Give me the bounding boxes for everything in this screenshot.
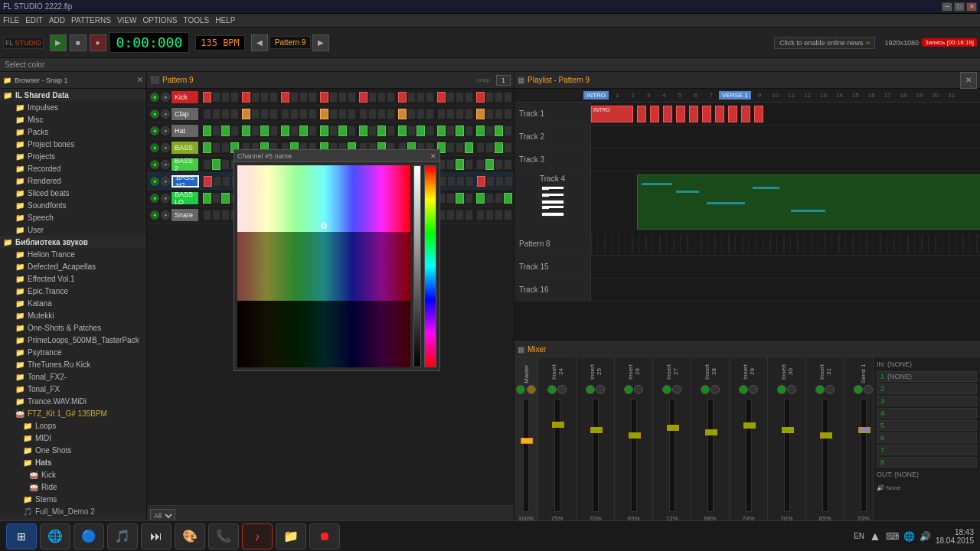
beat-pad-kick-10[interactable]: [299, 92, 308, 103]
taskbar-paint[interactable]: 🎨: [175, 523, 205, 549]
beat-pad-bassH2-29[interactable]: [486, 176, 495, 187]
beat-pad-hat-14[interactable]: [338, 126, 347, 136]
ch1-thumb[interactable]: [590, 427, 603, 433]
sidebar-item-soundfonts[interactable]: 📁 Soundfonts: [0, 199, 146, 211]
fx-slot-2[interactable]: 2: [877, 383, 977, 394]
beat-pad-kick-8[interactable]: [281, 92, 289, 103]
bassH2-label[interactable]: BASS H2: [172, 175, 199, 187]
ch3-fader[interactable]: [669, 399, 675, 512]
taskbar-media[interactable]: 🎵: [107, 523, 138, 549]
master-green-btn[interactable]: [516, 385, 525, 394]
ch6-fader[interactable]: [784, 399, 790, 512]
menu-view[interactable]: VIEW: [117, 16, 137, 24]
mute-clap[interactable]: ●: [150, 109, 159, 119]
sidebar-item-trancewav[interactable]: 📁 Trance.WAV.MiDi: [0, 395, 146, 407]
sidebar-item-hats[interactable]: 📁 Hats: [0, 456, 146, 468]
ch5-btn2[interactable]: [749, 385, 758, 394]
solo-bass[interactable]: ●: [161, 143, 170, 152]
stop-button[interactable]: ■: [70, 34, 87, 51]
menu-options[interactable]: OPTIONS: [142, 16, 177, 24]
beat-pad-kick-27[interactable]: [465, 92, 473, 103]
beat-pad-hat-5[interactable]: [251, 126, 260, 136]
beat-pad-clap-25[interactable]: [446, 109, 455, 119]
block-red3[interactable]: [663, 106, 672, 122]
block-red1[interactable]: [637, 106, 646, 122]
block-red7[interactable]: [715, 106, 724, 122]
menu-edit[interactable]: EDIT: [25, 16, 43, 24]
beat-pad-kick-25[interactable]: [446, 92, 455, 103]
ch2-thumb[interactable]: [629, 432, 641, 439]
ch7-btn2[interactable]: [825, 385, 835, 394]
sidebar-item-rendered[interactable]: 📁 Rendered: [0, 174, 146, 187]
beat-pad-hat-21[interactable]: [407, 126, 416, 136]
ch0-thumb[interactable]: [552, 422, 564, 428]
pattern-next[interactable]: ▶: [312, 34, 329, 51]
beat-pad-hat-10[interactable]: [299, 126, 308, 136]
beat-pad-clap-4[interactable]: [242, 109, 250, 119]
beat-pad-bass2-31[interactable]: [504, 159, 512, 170]
solo-kick[interactable]: ●: [161, 93, 170, 102]
sidebar-item-user[interactable]: 📁 User: [0, 223, 146, 236]
beat-pad-kick-4[interactable]: [242, 92, 250, 103]
fx-slot-5[interactable]: 5: [877, 420, 977, 431]
beat-pad-hat-4[interactable]: [242, 126, 250, 136]
beat-pad-clap-1[interactable]: [212, 109, 220, 119]
beat-pad-bassLO-1[interactable]: [212, 193, 220, 204]
beat-pad-kick-13[interactable]: [329, 92, 338, 103]
sidebar-item-midi[interactable]: 📁 MIDI: [0, 432, 146, 444]
beat-pad-clap-20[interactable]: [398, 109, 407, 119]
ch8-btn2[interactable]: [864, 385, 873, 394]
block-red2[interactable]: [650, 106, 659, 122]
beat-pad-clap-24[interactable]: [437, 109, 446, 119]
maximize-button[interactable]: □: [954, 2, 965, 11]
block-intro[interactable]: INTRO: [591, 106, 633, 122]
ch2-btn1[interactable]: [624, 385, 633, 394]
beat-pad-bass-26[interactable]: [456, 142, 464, 153]
track-15-content[interactable]: [591, 256, 980, 278]
mute-kick[interactable]: ●: [150, 93, 159, 102]
beat-pad-kick-23[interactable]: [426, 92, 434, 103]
sidebar-content[interactable]: 📁 IL Shared Data 📁 Impulses 📁 Misc 📁 Pac…: [0, 89, 146, 525]
start-button[interactable]: ⊞: [6, 523, 37, 549]
beat-pad-bass2-30[interactable]: [495, 159, 503, 170]
taskbar-record[interactable]: ⏺: [309, 523, 340, 549]
ch3-btn1[interactable]: [662, 385, 671, 394]
menu-file[interactable]: FILE: [3, 16, 19, 24]
ch0-btn1[interactable]: [547, 385, 557, 394]
ch1-fader[interactable]: [593, 399, 599, 512]
mute-bassLO[interactable]: ●: [150, 194, 159, 203]
beat-pad-bass-30[interactable]: [495, 142, 503, 153]
solo-bassLO[interactable]: ●: [161, 194, 170, 203]
sidebar-item-oneshots[interactable]: 📁 One-Shots & Patches: [0, 321, 146, 334]
beat-pad-kick-24[interactable]: [437, 92, 446, 103]
sidebar-item-ride[interactable]: 🥁 Ride: [0, 481, 146, 493]
block-red4[interactable]: [676, 106, 685, 122]
sidebar-item-effected[interactable]: 📁 Effected Vol.1: [0, 272, 146, 285]
beat-pad-hat-28[interactable]: [476, 126, 485, 136]
fx-slot-6[interactable]: 6: [877, 432, 977, 443]
mute-bassH2[interactable]: ●: [150, 177, 159, 186]
beat-pad-kick-2[interactable]: [221, 92, 230, 103]
ch6-btn2[interactable]: [787, 385, 796, 394]
beat-pad-hat-25[interactable]: [446, 126, 455, 136]
beat-pad-snare-28[interactable]: [476, 210, 485, 220]
beat-pad-bassH2-2[interactable]: [222, 176, 230, 187]
beat-pad-bass-28[interactable]: [476, 142, 485, 153]
hue-strip[interactable]: [424, 165, 436, 367]
beat-pad-bass-0[interactable]: [203, 142, 211, 153]
ch2-fader[interactable]: [631, 399, 637, 512]
beat-pad-clap-12[interactable]: [320, 109, 328, 119]
beat-pad-bass2-2[interactable]: [221, 159, 230, 170]
beat-pad-clap-23[interactable]: [426, 109, 434, 119]
arrow-up-icon[interactable]: ▲: [869, 530, 881, 543]
sidebar-item-tonalfx2[interactable]: 📁 Tonal_FX2-: [0, 370, 146, 383]
solo-hat[interactable]: ●: [161, 126, 170, 135]
sidebar-close[interactable]: ✕: [136, 75, 143, 85]
beat-pad-bass-25[interactable]: [446, 142, 455, 153]
beat-pad-bassH2-26[interactable]: [456, 176, 465, 187]
beat-pad-clap-3[interactable]: [230, 109, 239, 119]
ch5-fader[interactable]: [746, 399, 752, 512]
beat-pad-bassH2-28[interactable]: [477, 176, 485, 187]
beat-pad-bass2-26[interactable]: [456, 159, 464, 170]
sidebar-item-il-shared[interactable]: 📁 IL Shared Data: [0, 89, 146, 101]
